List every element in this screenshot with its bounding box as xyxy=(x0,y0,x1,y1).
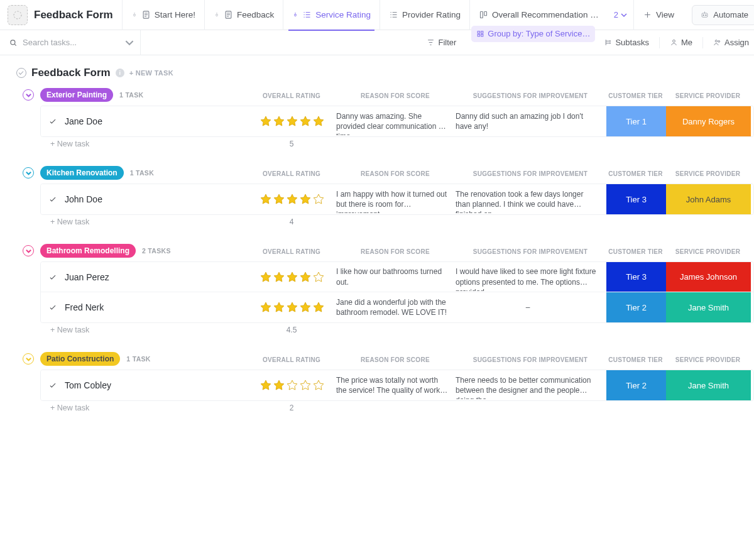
check-icon xyxy=(48,273,57,282)
tab-service-rating[interactable]: Service Rating xyxy=(283,0,380,30)
collapse-toggle[interactable] xyxy=(23,353,34,365)
svg-rect-4 xyxy=(484,12,487,16)
col-provider: SERVICE PROVIDER xyxy=(665,356,750,363)
tab-feedback[interactable]: Feedback xyxy=(204,0,283,30)
avg-rating: 5 xyxy=(248,140,336,148)
svg-point-13 xyxy=(609,41,611,42)
new-task-button[interactable]: + New task xyxy=(40,404,248,412)
subtasks-button[interactable]: Subtasks xyxy=(599,35,653,51)
group-pill[interactable]: Exterior Painting xyxy=(40,88,113,102)
me-button[interactable]: Me xyxy=(665,35,697,51)
rating-cell xyxy=(248,370,336,400)
group-pill[interactable]: Bathroom Remodelling xyxy=(40,244,136,258)
chevron-down-icon xyxy=(26,92,31,98)
chevron-down-icon xyxy=(26,170,31,176)
table-row[interactable]: Jane DoeDanny was amazing. She provided … xyxy=(41,106,753,136)
info-icon[interactable]: i xyxy=(116,69,124,77)
assignee-name: John Doe xyxy=(65,194,102,204)
table-row[interactable]: Fred NerkJane did a wonderful job with t… xyxy=(41,292,753,322)
provider-cell[interactable]: Danny Rogers xyxy=(666,106,751,136)
table-row[interactable]: John DoeI am happy with how it turned ou… xyxy=(41,184,753,214)
col-provider: SERVICE PROVIDER xyxy=(665,248,750,255)
group-footer: + New task4.5 xyxy=(40,326,754,334)
assignee-cell[interactable]: Fred Nerk xyxy=(41,292,248,322)
new-task-button[interactable]: + New task xyxy=(40,217,248,226)
suggestion-text: The renovation took a few days longer th… xyxy=(456,185,606,213)
group-footer: + New task4 xyxy=(40,217,754,226)
chevron-down-icon[interactable] xyxy=(125,38,134,47)
assignee-cell[interactable]: Juan Perez xyxy=(41,262,248,292)
tab-start-here[interactable]: Start Here! xyxy=(122,0,204,30)
col-provider: SERVICE PROVIDER xyxy=(665,170,750,177)
suggestion-text: There needs to be better communication b… xyxy=(456,371,606,399)
search-input[interactable] xyxy=(23,38,135,47)
suggestion-cell: – xyxy=(456,292,606,322)
svg-rect-3 xyxy=(481,12,483,18)
new-task-button[interactable]: + New task xyxy=(40,326,248,334)
group: Bathroom Remodelling2 TASKSOVERALL RATIN… xyxy=(23,244,754,334)
assignee-cell[interactable]: John Doe xyxy=(41,184,248,214)
filter-icon xyxy=(427,38,435,47)
assignee-name: Juan Perez xyxy=(65,272,109,282)
doc-icon xyxy=(141,10,151,19)
assign-button[interactable]: Assign xyxy=(708,35,754,51)
tier-cell[interactable]: Tier 2 xyxy=(606,370,666,400)
provider-cell[interactable]: John Adams xyxy=(666,184,751,214)
reason-text: I like how our bathrooms turned out. xyxy=(336,263,456,290)
assignee-name: Fred Nerk xyxy=(65,302,104,312)
workspace-logo[interactable] xyxy=(8,5,28,25)
toolbar: Filter Group by: Type of Service… Subtas… xyxy=(0,30,754,55)
group-pill[interactable]: Kitchen Renovation xyxy=(40,166,124,180)
group-pill[interactable]: Patio Construction xyxy=(40,352,120,366)
tier-cell[interactable]: Tier 3 xyxy=(606,262,666,292)
assignee-cell[interactable]: Jane Doe xyxy=(41,106,248,136)
new-task-button[interactable]: + New task xyxy=(40,140,248,148)
collapse-toggle[interactable] xyxy=(23,245,34,256)
svg-rect-10 xyxy=(481,31,483,33)
provider-cell[interactable]: Jane Smith xyxy=(666,292,751,322)
reason-text: Jane did a wonderful job with the bathro… xyxy=(336,294,456,321)
reason-cell: Danny was amazing. She provided clear co… xyxy=(336,106,456,136)
suggestion-text: Danny did such an amazing job I don't ha… xyxy=(456,107,606,135)
group-count: 1 TASK xyxy=(130,169,154,177)
table-row[interactable]: Juan PerezI like how our bathrooms turne… xyxy=(41,262,753,292)
group-count: 1 TASK xyxy=(119,91,143,99)
rating-stars xyxy=(260,193,325,206)
table-row[interactable]: Tom CobleyThe price was totally not wort… xyxy=(41,370,753,400)
more-views[interactable]: 2 xyxy=(608,10,633,19)
avg-rating: 4.5 xyxy=(248,326,336,334)
collapse-toggle[interactable] xyxy=(23,89,34,101)
pin-icon xyxy=(292,12,298,18)
suggestion-cell: The renovation took a few days longer th… xyxy=(456,184,606,214)
svg-point-7 xyxy=(706,14,707,16)
collapse-toggle[interactable] xyxy=(23,167,34,178)
status-circle-icon xyxy=(16,68,26,78)
page-head: Feedback Form i + NEW TASK xyxy=(16,67,754,79)
col-reason: REASON FOR SCORE xyxy=(336,356,455,363)
tier-cell[interactable]: Tier 3 xyxy=(606,184,666,214)
rating-stars xyxy=(260,301,325,314)
col-suggest: SUGGESTIONS FOR IMPROVEMENT xyxy=(455,356,606,363)
tier-cell[interactable]: Tier 1 xyxy=(606,106,666,136)
assignee-name: Tom Cobley xyxy=(65,380,111,390)
row-wrap: Tom CobleyThe price was totally not wort… xyxy=(40,370,754,401)
tab-label: Service Rating xyxy=(315,10,371,19)
row-wrap: John DoeI am happy with how it turned ou… xyxy=(40,184,754,215)
svg-point-6 xyxy=(703,14,704,16)
provider-cell[interactable]: James Johnson xyxy=(666,262,751,292)
filter-button[interactable]: Filter xyxy=(422,35,461,51)
svg-point-16 xyxy=(715,40,717,42)
chevron-down-icon xyxy=(621,12,627,18)
automate-label: Automate xyxy=(713,10,748,19)
avg-rating: 4 xyxy=(248,217,336,226)
new-task-header-button[interactable]: + NEW TASK xyxy=(129,69,173,77)
tier-cell[interactable]: Tier 2 xyxy=(606,292,666,322)
automate-button[interactable]: Automate xyxy=(692,5,754,25)
assignee-cell[interactable]: Tom Cobley xyxy=(41,370,248,400)
group: Exterior Painting1 TASKOVERALL RATINGREA… xyxy=(23,88,754,148)
rating-cell xyxy=(248,106,336,136)
reason-cell: The price was totally not worth the serv… xyxy=(336,370,456,400)
provider-cell[interactable]: Jane Smith xyxy=(666,370,751,400)
group-by-button[interactable]: Group by: Type of Service… xyxy=(471,26,595,42)
more-views-count: 2 xyxy=(614,10,618,19)
